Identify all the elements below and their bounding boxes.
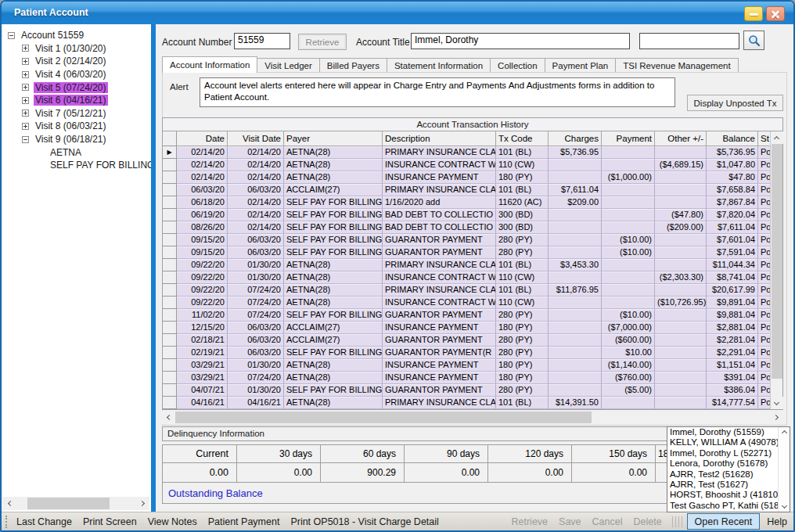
tree-item-visit-7[interactable]: Visit 7 (05/12/21) bbox=[8, 107, 151, 120]
close-button[interactable] bbox=[766, 6, 785, 21]
outstanding-balance-link[interactable]: Outstanding Balance bbox=[168, 487, 263, 499]
statusbar-cancel[interactable]: Cancel bbox=[587, 516, 628, 527]
scroll-left-icon[interactable] bbox=[3, 497, 16, 510]
tree-item-visit-4[interactable]: Visit 4 (06/03/20) bbox=[8, 68, 151, 81]
grid-vertical-scrollbar[interactable] bbox=[770, 131, 782, 409]
account-number-field[interactable]: 51559 bbox=[234, 33, 290, 49]
collapse-icon[interactable] bbox=[8, 32, 15, 39]
table-row[interactable]: 06/19/2002/14/20SELF PAY FOR BILLING(BAD… bbox=[163, 209, 770, 221]
table-row[interactable]: 09/22/2007/24/20AETNA(28)PRIMARY INSURAN… bbox=[163, 284, 770, 297]
tree-item-account[interactable]: Account 51559 bbox=[8, 29, 151, 42]
expand-icon[interactable] bbox=[22, 84, 29, 91]
tab-tsi-revenue-management[interactable]: TSI Revenue Management bbox=[616, 58, 738, 73]
account-title-field[interactable]: Immel, Dorothy bbox=[411, 33, 630, 49]
expand-icon[interactable] bbox=[22, 58, 29, 65]
row-selector[interactable] bbox=[163, 246, 177, 259]
toolbar-grip[interactable] bbox=[5, 516, 8, 528]
table-row[interactable]: 03/29/2101/30/20AETNA(28)INSURANCE PAYME… bbox=[163, 359, 770, 372]
row-selector[interactable] bbox=[163, 234, 177, 246]
column-header-other[interactable]: Other +/- bbox=[655, 131, 707, 146]
table-row[interactable]: 04/16/2104/16/21AETNA(28)PRIMARY INSURAN… bbox=[163, 397, 770, 409]
row-selector[interactable] bbox=[163, 322, 177, 334]
statusbar-view-notes[interactable]: View Notes bbox=[142, 516, 203, 527]
table-row[interactable]: 06/03/2006/03/20ACCLAIM(27)PRIMARY INSUR… bbox=[163, 184, 770, 196]
statusbar-patient-payment[interactable]: Patient Payment bbox=[203, 516, 286, 527]
tab-account-information[interactable]: Account Information bbox=[162, 56, 257, 73]
expand-icon[interactable] bbox=[22, 71, 29, 78]
tab-collection[interactable]: Collection bbox=[491, 58, 545, 73]
recent-account-item[interactable]: KELLY, WILLIAM A (49078) bbox=[670, 437, 778, 448]
scrollbar-thumb[interactable] bbox=[27, 498, 110, 509]
table-row[interactable]: 02/19/2106/03/20SELF PAY FOR BILLING(GUA… bbox=[163, 347, 770, 359]
help-button[interactable]: Help bbox=[764, 516, 793, 527]
retrieve-button[interactable]: Retrieve bbox=[298, 34, 347, 50]
tree-item-visit-9[interactable]: Visit 9 (06/18/21) bbox=[8, 133, 151, 146]
current-row-arrow[interactable]: ▶ bbox=[163, 146, 177, 159]
table-row[interactable]: 06/18/2002/14/20SELF PAY FOR BILLING(1/1… bbox=[163, 196, 770, 209]
row-selector[interactable] bbox=[163, 271, 177, 284]
column-header-charges[interactable]: Charges bbox=[549, 131, 602, 146]
scroll-up-icon[interactable] bbox=[771, 131, 783, 144]
scroll-right-icon[interactable] bbox=[770, 411, 783, 424]
recent-account-item[interactable]: AJRR, Test2 (51628) bbox=[670, 469, 778, 480]
table-row[interactable]: ▶02/14/2002/14/20AETNA(28)PRIMARY INSURA… bbox=[163, 146, 770, 159]
row-selector[interactable] bbox=[163, 309, 177, 322]
table-row[interactable]: 09/15/2006/03/20SELF PAY FOR BILLING(GUA… bbox=[163, 234, 770, 246]
expand-icon[interactable] bbox=[22, 97, 29, 104]
column-header-description[interactable]: Description bbox=[383, 131, 496, 146]
statusbar-last-change[interactable]: Last Change bbox=[11, 516, 77, 527]
row-selector[interactable] bbox=[163, 184, 177, 196]
row-selector[interactable] bbox=[163, 334, 177, 347]
scroll-up-icon[interactable] bbox=[781, 430, 786, 436]
tree-item-visit-2[interactable]: Visit 2 (02/14/20) bbox=[8, 55, 151, 68]
tree-item-visit-6[interactable]: Visit 6 (04/16/21) bbox=[8, 94, 151, 107]
table-row[interactable]: 02/14/2002/14/20AETNA(28)INSURANCE PAYME… bbox=[163, 171, 770, 184]
statusbar-retrieve[interactable]: Retrieve bbox=[506, 516, 554, 527]
expand-icon[interactable] bbox=[22, 45, 29, 52]
display-unposted-tx-button[interactable]: Display Unposted Tx bbox=[687, 95, 783, 111]
column-header-payment[interactable]: Payment bbox=[602, 131, 655, 146]
row-selector[interactable] bbox=[163, 284, 177, 297]
table-row[interactable]: 09/15/2006/03/20SELF PAY FOR BILLING(GUA… bbox=[163, 246, 770, 259]
statusbar-delete[interactable]: Delete bbox=[628, 516, 667, 527]
statusbar-print-screen[interactable]: Print Screen bbox=[77, 516, 142, 527]
tab-billed-payers[interactable]: Billed Payers bbox=[320, 58, 387, 73]
tree-item-visit-1[interactable]: Visit 1 (01/30/20) bbox=[8, 42, 151, 56]
tab-visit-ledger[interactable]: Visit Ledger bbox=[257, 58, 320, 73]
table-row[interactable]: 08/26/2002/14/20SELF PAY FOR BILLING(BAD… bbox=[163, 221, 770, 234]
row-selector[interactable] bbox=[163, 196, 177, 209]
alert-textbox[interactable]: Account level alerts entered here will a… bbox=[200, 77, 675, 107]
column-header-date[interactable]: Date bbox=[177, 131, 228, 146]
scroll-down-icon[interactable] bbox=[781, 503, 786, 509]
row-selector[interactable] bbox=[163, 384, 177, 397]
scrollbar-thumb[interactable] bbox=[772, 144, 782, 379]
recent-account-item[interactable]: Immel, Dorothy L (52271) bbox=[670, 448, 778, 458]
grid-horizontal-scrollbar[interactable] bbox=[162, 411, 783, 424]
tab-statement-information[interactable]: Statement Information bbox=[387, 58, 491, 73]
tree-horizontal-scrollbar[interactable] bbox=[3, 497, 149, 510]
row-selector[interactable] bbox=[163, 221, 177, 234]
collapse-icon[interactable] bbox=[22, 136, 29, 143]
scroll-left-icon[interactable] bbox=[162, 411, 175, 424]
scrollbar-thumb[interactable] bbox=[175, 412, 592, 423]
recent-account-item[interactable]: HORST, Bhooshit J (41810) bbox=[670, 490, 778, 500]
table-row[interactable]: 02/14/2002/14/20AETNA(28)INSURANCE CONTR… bbox=[163, 159, 770, 171]
column-header-st[interactable]: St bbox=[758, 131, 770, 146]
row-selector[interactable] bbox=[163, 209, 177, 221]
search-input[interactable] bbox=[639, 33, 739, 49]
table-row[interactable]: 09/22/2007/24/20AETNA(28)INSURANCE CONTR… bbox=[163, 297, 770, 309]
expand-icon[interactable] bbox=[22, 123, 29, 130]
table-row[interactable]: 03/29/2107/24/20AETNA(28)INSURANCE PAYME… bbox=[163, 372, 770, 384]
tree-item-visit-5[interactable]: Visit 5 (07/24/20) bbox=[8, 81, 151, 94]
column-header-balance[interactable]: Balance bbox=[707, 131, 758, 146]
tree-item-aetna[interactable]: AETNA bbox=[8, 146, 151, 159]
recent-account-item[interactable]: Lenora, Dorothy (51678) bbox=[670, 458, 778, 469]
table-row[interactable]: 11/02/2007/24/20SELF PAY FOR BILLING(GUA… bbox=[163, 309, 770, 322]
table-row[interactable]: 09/22/2001/30/20AETNA(28)INSURANCE CONTR… bbox=[163, 271, 770, 284]
table-row[interactable]: 04/07/2101/30/20SELF PAY FOR BILLING(GUA… bbox=[163, 384, 770, 397]
row-selector[interactable] bbox=[163, 171, 177, 184]
search-button[interactable] bbox=[743, 31, 764, 50]
open-recent-button[interactable]: Open Recent bbox=[687, 513, 761, 530]
row-selector[interactable] bbox=[163, 259, 177, 271]
row-selector[interactable] bbox=[163, 397, 177, 409]
